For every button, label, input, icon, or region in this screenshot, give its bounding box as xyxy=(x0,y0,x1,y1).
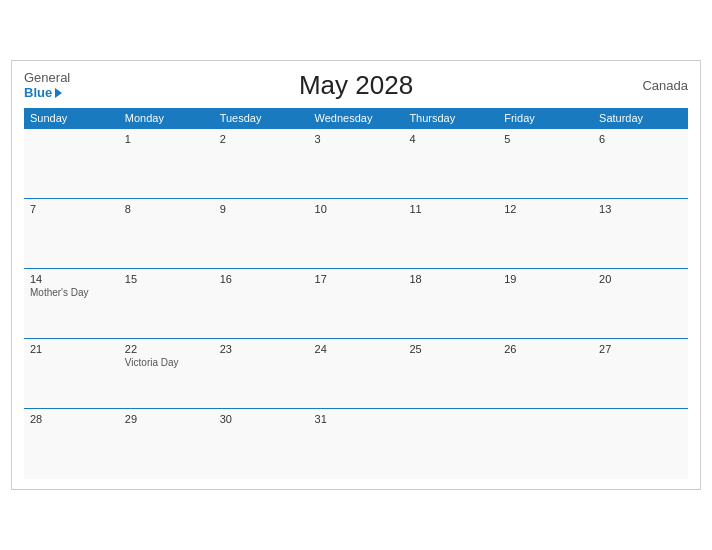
day-number: 13 xyxy=(599,203,682,215)
day-number: 5 xyxy=(504,133,587,145)
day-number: 23 xyxy=(220,343,303,355)
week-row-0: 123456 xyxy=(24,129,688,199)
calendar-cell: 21 xyxy=(24,339,119,409)
calendar-cell: 11 xyxy=(403,199,498,269)
day-number: 28 xyxy=(30,413,113,425)
day-number: 27 xyxy=(599,343,682,355)
calendar-cell: 9 xyxy=(214,199,309,269)
day-number: 17 xyxy=(315,273,398,285)
day-number: 7 xyxy=(30,203,113,215)
day-number: 9 xyxy=(220,203,303,215)
week-row-2: 14Mother's Day151617181920 xyxy=(24,269,688,339)
logo-triangle-icon xyxy=(55,88,62,98)
calendar-cell xyxy=(24,129,119,199)
day-number: 20 xyxy=(599,273,682,285)
calendar-cell: 17 xyxy=(309,269,404,339)
calendar-cell: 10 xyxy=(309,199,404,269)
day-number: 25 xyxy=(409,343,492,355)
day-number: 3 xyxy=(315,133,398,145)
calendar-cell: 13 xyxy=(593,199,688,269)
day-number: 8 xyxy=(125,203,208,215)
day-number: 1 xyxy=(125,133,208,145)
calendar-table: SundayMondayTuesdayWednesdayThursdayFrid… xyxy=(24,108,688,479)
calendar-cell: 2 xyxy=(214,129,309,199)
day-number: 10 xyxy=(315,203,398,215)
day-number: 26 xyxy=(504,343,587,355)
calendar-cell: 26 xyxy=(498,339,593,409)
day-number: 4 xyxy=(409,133,492,145)
calendar-cell: 24 xyxy=(309,339,404,409)
calendar-cell: 3 xyxy=(309,129,404,199)
day-number: 6 xyxy=(599,133,682,145)
calendar-cell: 4 xyxy=(403,129,498,199)
calendar-cell: 16 xyxy=(214,269,309,339)
day-number: 19 xyxy=(504,273,587,285)
calendar-cell: 29 xyxy=(119,409,214,479)
day-number: 14 xyxy=(30,273,113,285)
calendar-container: General Blue May 2028 Canada SundayMonda… xyxy=(11,60,701,489)
calendar-cell: 23 xyxy=(214,339,309,409)
calendar-header: General Blue May 2028 Canada xyxy=(24,71,688,100)
calendar-cell: 5 xyxy=(498,129,593,199)
day-event: Victoria Day xyxy=(125,357,208,368)
day-number: 29 xyxy=(125,413,208,425)
calendar-cell: 28 xyxy=(24,409,119,479)
week-row-1: 78910111213 xyxy=(24,199,688,269)
calendar-title: May 2028 xyxy=(299,70,413,101)
week-row-3: 2122Victoria Day2324252627 xyxy=(24,339,688,409)
weekday-header-wednesday: Wednesday xyxy=(309,108,404,129)
day-number: 15 xyxy=(125,273,208,285)
calendar-cell xyxy=(498,409,593,479)
logo-blue-text: Blue xyxy=(24,86,70,100)
weekday-header-sunday: Sunday xyxy=(24,108,119,129)
calendar-cell: 20 xyxy=(593,269,688,339)
weekday-header-thursday: Thursday xyxy=(403,108,498,129)
day-number: 24 xyxy=(315,343,398,355)
day-event: Mother's Day xyxy=(30,287,113,298)
calendar-cell xyxy=(403,409,498,479)
calendar-cell: 12 xyxy=(498,199,593,269)
weekday-header-monday: Monday xyxy=(119,108,214,129)
logo-general-text: General xyxy=(24,71,70,85)
day-number: 12 xyxy=(504,203,587,215)
calendar-cell: 15 xyxy=(119,269,214,339)
weekday-header-tuesday: Tuesday xyxy=(214,108,309,129)
day-number: 21 xyxy=(30,343,113,355)
day-number: 18 xyxy=(409,273,492,285)
logo: General Blue xyxy=(24,71,70,100)
weekday-header-saturday: Saturday xyxy=(593,108,688,129)
calendar-cell: 27 xyxy=(593,339,688,409)
calendar-cell: 18 xyxy=(403,269,498,339)
calendar-country: Canada xyxy=(642,78,688,93)
day-number: 11 xyxy=(409,203,492,215)
calendar-cell: 30 xyxy=(214,409,309,479)
calendar-cell: 1 xyxy=(119,129,214,199)
calendar-cell: 7 xyxy=(24,199,119,269)
day-number: 31 xyxy=(315,413,398,425)
day-number: 30 xyxy=(220,413,303,425)
calendar-cell: 22Victoria Day xyxy=(119,339,214,409)
calendar-cell: 31 xyxy=(309,409,404,479)
weekday-header-row: SundayMondayTuesdayWednesdayThursdayFrid… xyxy=(24,108,688,129)
day-number: 2 xyxy=(220,133,303,145)
calendar-cell: 8 xyxy=(119,199,214,269)
calendar-cell: 19 xyxy=(498,269,593,339)
weekday-header-friday: Friday xyxy=(498,108,593,129)
calendar-cell xyxy=(593,409,688,479)
day-number: 16 xyxy=(220,273,303,285)
calendar-cell: 25 xyxy=(403,339,498,409)
week-row-4: 28293031 xyxy=(24,409,688,479)
calendar-cell: 6 xyxy=(593,129,688,199)
calendar-cell: 14Mother's Day xyxy=(24,269,119,339)
day-number: 22 xyxy=(125,343,208,355)
